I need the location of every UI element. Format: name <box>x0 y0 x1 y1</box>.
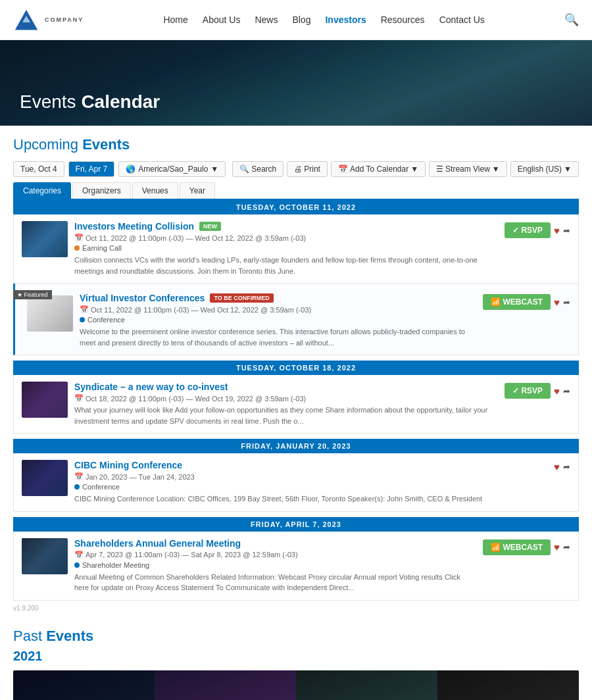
chevron-down-icon2: ▼ <box>410 164 418 174</box>
share-btn-5[interactable]: ➦ <box>563 542 570 552</box>
event-info-1: Investors Meeting Collision NEW 📅 Oct 11… <box>74 221 498 276</box>
date-from-btn[interactable]: Tue, Oct 4 <box>13 161 64 177</box>
favorite-btn-5[interactable]: ♥ <box>554 541 560 553</box>
cat-dot-4 <box>74 484 80 489</box>
event-desc-3: What your journey will look like Add you… <box>74 405 498 426</box>
past-cards-row: All-day WED 15 SEP SEG 100 Conference – … <box>13 670 579 701</box>
event-date-4: 📅 Jan 20, 2023 — Tue Jan 24, 2023 <box>74 472 547 481</box>
event-cat-5: Shareholder Meeting <box>74 561 476 569</box>
nav-news[interactable]: News <box>255 14 278 25</box>
past-card-2[interactable]: 🕐 9:00am — 9:15am (-03) FRI 8 OCT Gold a… <box>155 670 296 701</box>
timezone-btn[interactable]: 🌎 America/Sao_Paulo ▼ <box>118 161 226 177</box>
favorite-btn-3[interactable]: ♥ <box>554 386 560 397</box>
event-actions-2: 📶 WEBCAST ♥ ➦ <box>483 290 570 310</box>
hero-title: Events Calendar <box>20 91 160 113</box>
add-calendar-btn[interactable]: 📅 Add To Calendar ▼ <box>331 161 426 177</box>
event-cat-1: Earning Call <box>74 244 498 252</box>
past-card-4[interactable]: 🕐 12:00pm — 12:15pm (-03) THU 4 NOV Q3 2… <box>437 670 579 701</box>
favorite-btn-4[interactable]: ♥ <box>554 461 560 472</box>
event-thumb-5 <box>22 538 68 574</box>
date-header-1: TUESDAY, OCTOBER 11, 2022 <box>13 200 579 214</box>
webcast-btn-2[interactable]: 📶 WEBCAST <box>483 294 551 310</box>
event-thumb-2 <box>27 295 73 332</box>
past-events-section: Past Events 2021 All-day WED 15 SEP SEG … <box>0 618 592 701</box>
hero-banner: Events Calendar <box>0 40 592 126</box>
share-btn-2[interactable]: ➦ <box>563 297 570 307</box>
calendar-icon-2: 📅 <box>80 305 89 314</box>
search-icon: 🔍 <box>239 164 249 174</box>
date-group-1: TUESDAY, OCTOBER 11, 2022 Investors Meet… <box>13 200 579 355</box>
rsvp-btn-3[interactable]: ✓ RSVP <box>505 383 551 399</box>
event-thumb-4 <box>22 460 68 496</box>
event-badge-confirm-2: TO BE CONFIRMED <box>210 293 273 303</box>
event-desc-1: Collision connects VCs with the world's … <box>74 255 498 276</box>
nav-about[interactable]: About Us <box>203 14 241 25</box>
date-to-btn[interactable]: Fri, Apr 7 <box>68 161 115 177</box>
tab-year[interactable]: Year <box>180 182 215 199</box>
date-header-3: FRIDAY, JANUARY 20, 2023 <box>13 439 579 453</box>
event-date-2: 📅 Oct 11, 2022 @ 11:00pm (-03) — Wed Oct… <box>80 305 476 314</box>
event-date-3: 📅 Oct 18, 2022 @ 11:00pm (-03) — Wed Oct… <box>74 394 498 403</box>
event-actions-1: ✓ RSVP ♥ ➦ <box>505 221 570 238</box>
company-name: COMPANY <box>45 16 84 23</box>
print-icon: 🖨 <box>294 164 302 174</box>
stream-view-btn[interactable]: ☰ Stream View ▼ <box>429 161 507 177</box>
past-card-3[interactable]: 🕐 10:00pm — 10:15pm (-03) TUE 19 OCT Dom… <box>296 670 437 701</box>
nav-resources[interactable]: Resources <box>381 14 425 25</box>
past-title: Past Events <box>13 628 579 645</box>
chevron-down-icon: ▼ <box>210 164 218 174</box>
tab-categories[interactable]: Categories <box>13 182 71 199</box>
tab-organizers[interactable]: Organizers <box>72 182 131 199</box>
event-thumb-3 <box>22 382 68 418</box>
nav-investors[interactable]: Investors <box>325 14 366 25</box>
check-icon-3: ✓ <box>512 386 519 395</box>
event-info-4: CIBC Mining Conference 📅 Jan 20, 2023 — … <box>74 460 547 505</box>
search-btn[interactable]: 🔍 Search <box>232 161 284 177</box>
chevron-down-icon3: ▼ <box>492 164 500 174</box>
rsvp-btn-1[interactable]: ✓ RSVP <box>505 222 551 238</box>
past-card-1[interactable]: All-day WED 15 SEP SEG 100 Conference – … <box>13 670 155 701</box>
event-title-3[interactable]: Syndicate – a new way to co-invest <box>74 382 228 392</box>
print-btn[interactable]: 🖨 Print <box>287 161 328 177</box>
search-icon-button[interactable]: 🔍 <box>564 12 579 27</box>
share-btn-4[interactable]: ➦ <box>563 462 570 472</box>
event-title-1[interactable]: Investors Meeting Collision <box>74 221 194 232</box>
logo-icon <box>13 7 39 33</box>
favorite-btn-1[interactable]: ♥ <box>554 225 560 236</box>
event-title-5[interactable]: Shareholders Annual General Meeting <box>74 538 241 549</box>
share-btn-1[interactable]: ➦ <box>563 226 570 236</box>
date-group-4: FRIDAY, APRIL 7, 2023 Shareholders Annua… <box>13 517 579 601</box>
cat-dot-2 <box>80 317 85 322</box>
share-btn-3[interactable]: ➦ <box>563 386 570 396</box>
version-label: v1.9.200 <box>13 601 579 614</box>
event-info-3: Syndicate – a new way to co-invest 📅 Oct… <box>74 382 498 426</box>
event-title-4[interactable]: CIBC Mining Conference <box>74 460 182 470</box>
nav-logo[interactable]: COMPANY <box>13 7 84 33</box>
event-desc-2: Welcome to the preeminent online investo… <box>80 326 476 348</box>
past-card-overlay-3 <box>296 670 437 701</box>
date-group-2: TUESDAY, OCTOBER 18, 2022 Syndicate – a … <box>13 361 579 434</box>
chevron-down-icon4: ▼ <box>564 164 572 174</box>
event-date-1: 📅 Oct 11, 2022 @ 11:00pm (-03) — Wed Oct… <box>74 234 498 242</box>
nav-blog[interactable]: Blog <box>292 14 310 25</box>
nav-contact[interactable]: Contact Us <box>439 14 485 25</box>
tab-venues[interactable]: Venues <box>132 182 178 199</box>
event-card-4: CIBC Mining Conference 📅 Jan 20, 2023 — … <box>13 453 579 512</box>
main-content: Upcoming Events Tue, Oct 4 Fri, Apr 7 🌎 … <box>0 126 592 618</box>
controls-row: Tue, Oct 4 Fri, Apr 7 🌎 America/Sao_Paul… <box>13 161 579 177</box>
event-actions-4: ♥ ➦ <box>554 460 570 472</box>
calendar-icon-1: 📅 <box>74 234 84 242</box>
date-group-3: FRIDAY, JANUARY 20, 2023 CIBC Mining Con… <box>13 439 579 512</box>
event-cat-2: Conference <box>80 316 476 324</box>
event-title-2[interactable]: Virtual Investor Conferences <box>80 293 205 303</box>
cat-dot-5 <box>74 562 80 568</box>
event-desc-4: CIBC Mining Conference Location: CIBC Of… <box>74 493 547 505</box>
event-actions-3: ✓ RSVP ♥ ➦ <box>505 382 570 399</box>
calendar-icon-3: 📅 <box>74 394 84 403</box>
event-info-5: Shareholders Annual General Meeting 📅 Ap… <box>74 538 476 593</box>
webcast-btn-5[interactable]: 📶 WEBCAST <box>483 539 551 555</box>
language-btn[interactable]: English (US) ▼ <box>510 161 579 177</box>
favorite-btn-2[interactable]: ♥ <box>554 297 560 308</box>
nav-home[interactable]: Home <box>163 14 187 25</box>
date-header-4: FRIDAY, APRIL 7, 2023 <box>13 517 579 532</box>
